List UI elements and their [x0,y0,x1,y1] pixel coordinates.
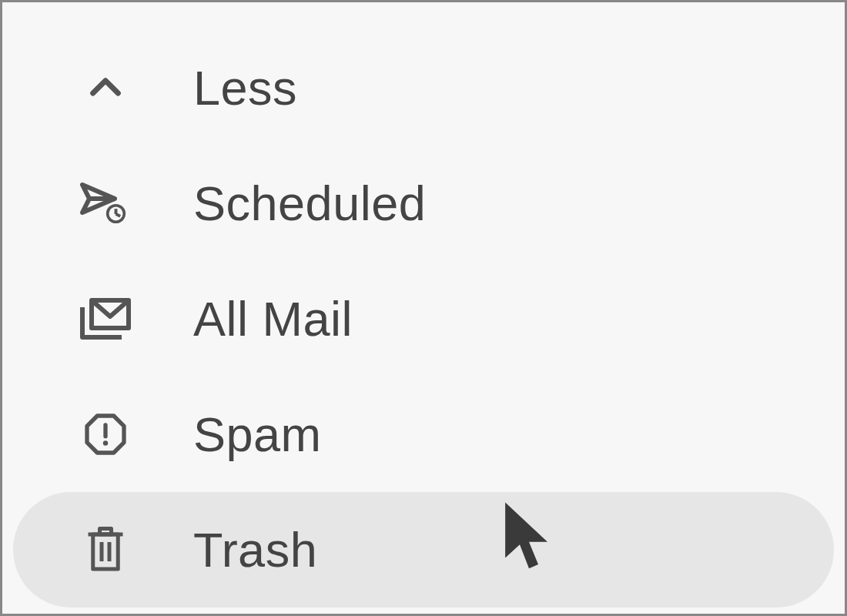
sidebar-item-trash[interactable]: Trash [13,492,834,608]
sidebar-item-label: Less [193,60,297,116]
sidebar-item-label: All Mail [193,291,353,346]
svg-line-4 [116,214,121,216]
sidebar-item-scheduled[interactable]: Scheduled [13,146,834,261]
sidebar-item-label: Spam [193,407,322,462]
trash-icon [75,524,136,575]
spam-octagon-icon [75,410,136,459]
svg-point-8 [103,440,108,445]
sidebar-item-all-mail[interactable]: All Mail [13,261,834,377]
scheduled-send-icon [75,176,136,231]
all-mail-icon [75,291,136,346]
sidebar-item-spam[interactable]: Spam [13,377,834,492]
svg-rect-11 [93,534,119,569]
sidebar-item-label: Trash [193,522,317,578]
mail-sidebar: Less Scheduled All Mail [2,2,845,616]
sidebar-item-less[interactable]: Less [13,30,834,146]
sidebar-item-label: Scheduled [193,176,426,231]
chevron-up-icon [75,66,136,109]
